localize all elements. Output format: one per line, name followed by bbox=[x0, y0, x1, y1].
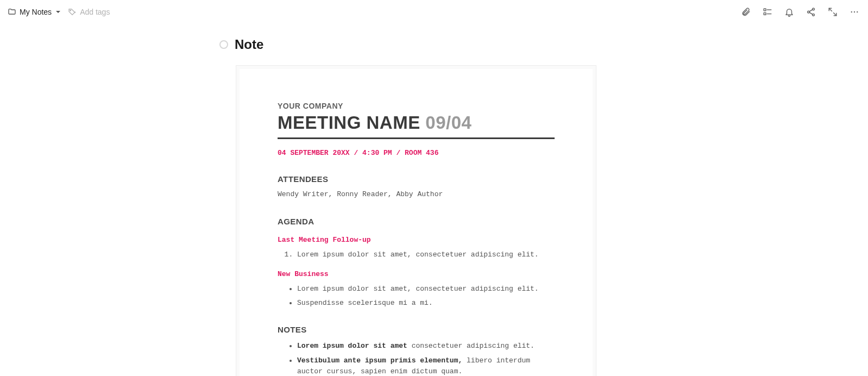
list-item: Vestibulum ante ipsum primis elementum, … bbox=[297, 355, 555, 376]
list-item: Suspendisse scelerisque mi a mi. bbox=[297, 298, 555, 309]
agenda-heading: AGENDA bbox=[278, 217, 555, 226]
notes-list: Lorem ipsum dolor sit amet consectetuer … bbox=[297, 341, 555, 376]
svg-rect-1 bbox=[764, 9, 766, 11]
meeting-title-line: MEETING NAME 09/04 bbox=[278, 112, 555, 133]
agenda-subhead-followup: Last Meeting Follow-up bbox=[278, 236, 555, 244]
notes-item1-rest: consectetuer adipiscing elit. bbox=[407, 342, 534, 350]
chevron-down-icon bbox=[56, 11, 60, 13]
checklist-icon[interactable] bbox=[763, 7, 772, 17]
main-scroll-area[interactable]: Note YOUR COMPANY MEETING NAME 09/04 04 … bbox=[0, 24, 868, 376]
topbar: My Notes bbox=[0, 0, 868, 24]
topbar-right bbox=[741, 7, 859, 17]
tags-group[interactable] bbox=[68, 8, 129, 16]
more-icon[interactable] bbox=[850, 7, 859, 17]
tag-icon bbox=[68, 8, 77, 16]
document-page[interactable]: YOUR COMPANY MEETING NAME 09/04 04 SEPTE… bbox=[240, 69, 593, 376]
svg-line-8 bbox=[809, 10, 813, 12]
note-header: Note bbox=[219, 37, 868, 52]
svg-point-14 bbox=[857, 11, 858, 12]
meeting-name: MEETING NAME bbox=[278, 112, 420, 133]
note-status-circle[interactable] bbox=[219, 40, 228, 49]
meeting-meta-line: 04 SEPTEMBER 20XX / 4:30 PM / ROOM 436 bbox=[278, 149, 555, 157]
folder-icon bbox=[8, 8, 16, 16]
svg-point-13 bbox=[854, 11, 855, 12]
title-divider bbox=[278, 137, 555, 139]
agenda-followup-list: Lorem ipsum dolor sit amet, consectetuer… bbox=[297, 249, 555, 260]
share-icon[interactable] bbox=[806, 7, 816, 17]
agenda-newbusiness-list: Lorem ipsum dolor sit amet, consectetuer… bbox=[297, 284, 555, 309]
notes-item2-bold: Vestibulum ante ipsum primis elementum, bbox=[297, 356, 462, 365]
paperclip-icon[interactable] bbox=[741, 7, 751, 17]
agenda-subhead-newbusiness: New Business bbox=[278, 270, 555, 278]
folder-label: My Notes bbox=[20, 8, 52, 16]
svg-line-9 bbox=[809, 12, 813, 15]
document-wrapper: YOUR COMPANY MEETING NAME 09/04 04 SEPTE… bbox=[236, 65, 596, 376]
attendees-text: Wendy Writer, Ronny Reader, Abby Author bbox=[278, 190, 555, 198]
list-item: Lorem ipsum dolor sit amet consectetuer … bbox=[297, 341, 555, 352]
collapse-icon[interactable] bbox=[828, 7, 838, 17]
svg-rect-3 bbox=[764, 13, 766, 15]
notes-item1-bold: Lorem ipsum dolor sit amet bbox=[297, 342, 407, 350]
list-item: Lorem ipsum dolor sit amet, consectetuer… bbox=[297, 284, 555, 294]
svg-point-12 bbox=[851, 11, 852, 12]
folder-selector[interactable]: My Notes bbox=[8, 8, 60, 16]
svg-line-11 bbox=[834, 13, 836, 16]
notes-heading: NOTES bbox=[278, 325, 555, 334]
topbar-left: My Notes bbox=[8, 8, 129, 16]
note-title[interactable]: Note bbox=[235, 37, 263, 52]
company-name: YOUR COMPANY bbox=[278, 102, 555, 110]
list-item: Lorem ipsum dolor sit amet, consectetuer… bbox=[297, 249, 555, 260]
meeting-date-suffix: 09/04 bbox=[425, 112, 471, 133]
bell-icon[interactable] bbox=[784, 7, 794, 17]
tags-input[interactable] bbox=[80, 8, 129, 16]
svg-point-0 bbox=[70, 10, 71, 11]
svg-line-10 bbox=[829, 8, 832, 11]
attendees-heading: ATTENDEES bbox=[278, 174, 555, 184]
